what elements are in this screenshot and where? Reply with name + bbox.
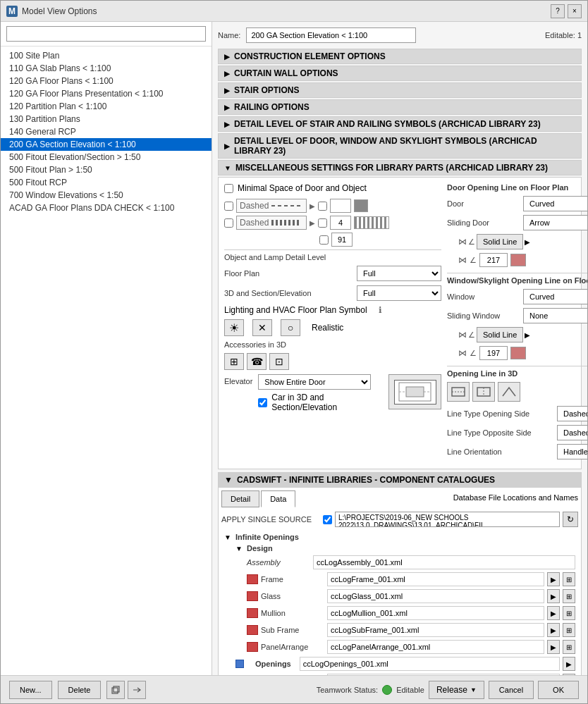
child-btn1[interactable]: ▶ [547,589,560,603]
editable-label: Editable: 1 [422,31,582,39]
solid-line-button[interactable]: Solid Line [477,234,523,249]
tree-item[interactable]: 130 Partition Plans [1,113,212,125]
construction-element-section[interactable]: ▶ CONSTRUCTION ELEMENT OPTIONS [218,49,582,64]
window-solid-expand[interactable]: ▶ [525,331,530,339]
accessory-icon-3[interactable]: ⊡ [269,353,289,370]
openings-btn[interactable]: ▶ [563,657,575,671]
tree-item[interactable]: 120 Partition Plan < 1:100 [1,100,212,113]
sliding-window-select[interactable]: None [523,308,587,323]
dashed2-cb2[interactable] [318,218,327,228]
sliding-door-select[interactable]: Arrow [523,215,587,230]
minimal-space-checkbox[interactable] [224,184,233,193]
new-button[interactable]: New... [9,681,52,699]
line-opening-side-select[interactable]: Dashed [557,406,587,421]
dashed1-checkbox[interactable] [224,202,233,211]
dashed3-cb[interactable] [319,235,329,245]
child-btn2[interactable]: ⊞ [563,606,575,620]
cancel-button[interactable]: Cancel [489,681,534,699]
opening-icon-1[interactable] [447,382,470,402]
door-select[interactable]: Curved [523,196,587,211]
child-btn2[interactable]: ⊞ [563,572,575,586]
design-header[interactable]: ▼ Design [233,543,578,554]
child-input[interactable] [327,606,544,620]
duplicate-button[interactable] [106,681,125,699]
lighting-icon-sun[interactable]: ☀ [224,319,244,336]
tab-detail[interactable]: Detail [221,490,259,507]
tree-item[interactable]: 500 Fitout Plan > 1:50 [1,163,212,176]
car-checkbox[interactable] [258,398,267,407]
tree-item[interactable]: 110 GA Slab Plans < 1:100 [1,62,212,75]
accessory-icon-2[interactable]: ☎ [247,353,267,370]
window-solid-button[interactable]: Solid Line [477,327,523,342]
opening-icon-2[interactable] [472,382,495,402]
child-input[interactable] [327,640,544,654]
ok-button[interactable]: OK [538,681,579,699]
dashed1-num[interactable] [330,199,351,213]
solid-line-expand[interactable]: ▶ [525,238,530,246]
child-btn1[interactable]: ▶ [547,640,560,654]
child-input[interactable] [327,623,544,637]
railing-section[interactable]: ▶ RAILING OPTIONS [218,99,582,115]
lighting-icon-circle[interactable]: ○ [281,319,300,336]
child-btn2[interactable]: ⊞ [563,623,575,637]
delete-button[interactable]: Delete [58,681,102,699]
opening-icon-3[interactable] [498,382,520,402]
dashed1-color[interactable] [354,199,368,212]
elevator-select[interactable]: Show Entire Door [258,374,371,390]
tab-data[interactable]: Data [261,490,295,507]
tree-item[interactable]: ACAD GA Floor Plans DDA CHECK < 1:100 [1,202,212,214]
detail-door-section[interactable]: ▶ DETAIL LEVEL OF DOOR, WINDOW AND SKYLI… [218,133,582,159]
tree-item[interactable]: 120 GA Floor Plans Presentation < 1:100 [1,87,212,100]
child-btn2[interactable]: ⊞ [563,640,575,654]
apply-single-source-checkbox[interactable] [323,515,332,524]
openings-input[interactable] [300,657,560,671]
release-button[interactable]: Release ▼ [429,681,484,699]
openings-header[interactable]: Openings ▶ [233,655,578,672]
tree-item[interactable]: 500 Fitout RCP [1,176,212,189]
tree-item[interactable]: 100 Site Plan [1,49,212,62]
child-input[interactable] [327,589,544,603]
section-elevation-label: 3D and Section/Elevation [224,289,351,297]
misc-section-header[interactable]: ▼ MISCELLANEOUS SETTINGS FOR LIBRARY PAR… [218,160,582,175]
name-input[interactable] [246,27,416,43]
dashed2-preview[interactable]: Dashed [236,216,307,230]
accessory-icon-1[interactable]: ⊞ [224,353,244,370]
door-color-swatch[interactable] [510,254,526,266]
dashed2-color[interactable] [354,216,389,229]
tree-item[interactable]: 200 GA Section Elevation < 1:100 [1,138,212,151]
tree-item[interactable]: 140 General RCP [1,125,212,138]
curtain-wall-section[interactable]: ▶ CURTAIN WALL OPTIONS [218,66,582,81]
import-button[interactable] [128,681,146,699]
search-input[interactable] [6,26,206,42]
child-btn1[interactable]: ▶ [547,606,560,620]
infinite-openings-header[interactable]: ▼ Infinite Openings [221,531,578,543]
window-select[interactable]: Curved [523,289,587,304]
tree-item[interactable]: 700 Window Elevations < 1:50 [1,189,212,202]
dashed2-checkbox[interactable] [224,218,233,228]
close-button[interactable]: × [568,4,582,18]
dashed3-num[interactable] [331,233,353,247]
cadswift-header[interactable]: ▼ CADSWIFT - INFINITE LIBRARIES - COMPON… [219,473,581,488]
line-orientation-select[interactable]: Handle [557,444,587,459]
tree-item[interactable]: 500 Fitout Elevation/Section > 1:50 [1,151,212,163]
window-num-input[interactable] [479,346,508,360]
db-refresh-button[interactable]: ↻ [563,512,578,527]
stair-section[interactable]: ▶ STAIR OPTIONS [218,82,582,98]
floor-plan-select[interactable]: Full Schematic [357,266,441,281]
help-button[interactable]: ? [551,4,565,18]
child-btn1[interactable]: ▶ [547,572,560,586]
door-num-input[interactable] [479,253,508,267]
child-btn1[interactable]: ▶ [547,623,560,637]
dashed1-preview[interactable]: Dashed [236,199,307,213]
detail-stair-section[interactable]: ▶ DETAIL LEVEL OF STAIR AND RAILING SYMB… [218,116,582,132]
tree-item[interactable]: 120 GA Floor Plans < 1:100 [1,75,212,87]
lighting-icon-cross[interactable]: ✕ [252,319,272,336]
child-input[interactable] [327,572,544,586]
assembly-input[interactable] [313,555,575,569]
line-opposite-side-select[interactable]: Dashed [557,425,587,440]
window-color-swatch[interactable] [510,347,526,359]
dashed2-num[interactable] [330,216,351,230]
section-elevation-select[interactable]: Full [357,285,441,301]
dashed1-cb2[interactable] [318,202,327,211]
child-btn2[interactable]: ⊞ [563,589,575,603]
